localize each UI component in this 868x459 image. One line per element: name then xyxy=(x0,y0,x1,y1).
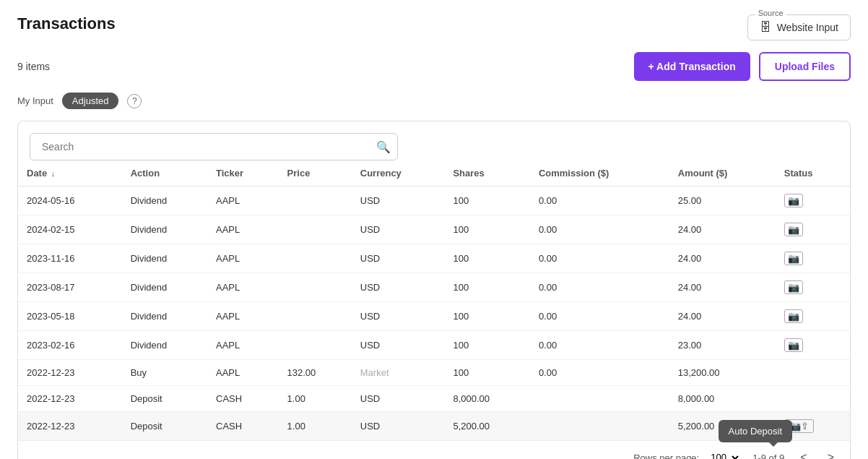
table-row: 2023-05-18DividendAAPLUSD1000.0024.00📷 xyxy=(18,302,850,331)
source-name: Website Input xyxy=(777,22,838,33)
cell-price xyxy=(279,244,352,273)
table-row: 2023-08-17DividendAAPLUSD1000.0024.00📷 xyxy=(18,273,850,302)
cell-shares: 5,200.00 xyxy=(444,412,529,441)
table-row: 2023-11-16DividendAAPLUSD1000.0024.00📷 xyxy=(18,244,850,273)
search-icon: 🔍 xyxy=(376,141,391,153)
auto-deposit-tooltip: Auto Deposit xyxy=(719,420,792,442)
cell-currency: USD xyxy=(352,331,445,360)
page-container: Transactions Source 🗄 Website Input 9 it… xyxy=(0,0,868,459)
cell-action: Dividend xyxy=(122,331,207,360)
page-title: Transactions xyxy=(17,14,116,33)
table-row: 2024-05-16DividendAAPLUSD1000.0025.00📷 xyxy=(18,186,850,215)
cell-shares: 100 xyxy=(444,273,529,302)
source-db-icon: 🗄 xyxy=(760,21,771,34)
main-card: 🔍 Date ↓ Action Ticker xyxy=(17,121,851,459)
cell-currency: Market xyxy=(352,360,445,386)
cell-date: 2023-11-16 xyxy=(18,244,122,273)
add-transaction-button[interactable]: + Add Transaction xyxy=(634,52,750,81)
cell-shares: 100 xyxy=(444,244,529,273)
receipt-icon[interactable]: 📷 xyxy=(784,194,803,207)
col-amount: Amount ($) xyxy=(669,160,776,186)
cell-price: 132.00 xyxy=(279,360,352,386)
receipt-icon[interactable]: 📷 xyxy=(784,309,803,323)
cell-date: 2022-12-23 xyxy=(18,360,122,386)
table-row: 2022-12-23BuyAAPL132.00Market1000.0013,2… xyxy=(18,360,850,386)
search-section: 🔍 xyxy=(18,121,850,160)
cell-action: Dividend xyxy=(122,186,207,215)
btn-group: + Add Transaction Upload Files xyxy=(634,52,851,81)
tab-adjusted[interactable]: Adjusted xyxy=(62,93,119,109)
cell-price xyxy=(279,273,352,302)
receipt-icon[interactable]: 📷 xyxy=(784,280,803,294)
cell-date: 2022-12-23 xyxy=(18,386,122,412)
cell-action: Buy xyxy=(122,360,207,386)
tab-my-input[interactable]: My Input xyxy=(17,95,53,106)
cell-price: 1.00 xyxy=(279,386,352,412)
receipt-icon[interactable]: 📷 xyxy=(784,223,803,236)
cell-action: Dividend xyxy=(122,215,207,244)
col-date[interactable]: Date ↓ xyxy=(18,160,122,186)
cell-commission: 0.00 xyxy=(530,273,669,302)
cell-status: 📷 xyxy=(776,215,850,244)
cell-action: Dividend xyxy=(122,302,207,331)
cell-price xyxy=(279,215,352,244)
cell-amount: 23.00 xyxy=(669,331,776,360)
table-footer: Rows per page: 10 25 100 1-9 of 9 < > Au… xyxy=(18,440,850,459)
cell-date: 2022-12-23 xyxy=(18,412,122,441)
cell-amount: 13,200.00 xyxy=(669,360,776,386)
upload-files-button[interactable]: Upload Files xyxy=(759,52,851,81)
cell-status: 📷 xyxy=(776,331,850,360)
table-row: 2024-02-15DividendAAPLUSD1000.0024.00📷 xyxy=(18,215,850,244)
cell-date: 2024-02-15 xyxy=(18,215,122,244)
cell-shares: 100 xyxy=(444,186,529,215)
cell-ticker: AAPL xyxy=(207,186,279,215)
cell-status xyxy=(776,360,850,386)
cell-ticker: CASH xyxy=(207,386,279,412)
cell-price: 1.00 xyxy=(279,412,352,441)
pagination-next-button[interactable]: > xyxy=(823,450,838,459)
table-header-row: Date ↓ Action Ticker Price Currency xyxy=(18,160,850,186)
rows-per-page-section: Rows per page: 10 25 100 xyxy=(633,450,741,459)
cell-commission: 0.00 xyxy=(530,331,669,360)
receipt-icon[interactable]: 📷 xyxy=(784,252,803,265)
search-wrapper: 🔍 xyxy=(30,133,398,160)
cell-shares: 100 xyxy=(444,360,529,386)
cell-amount: 25.00 xyxy=(669,186,776,215)
actions-row: 9 items + Add Transaction Upload Files xyxy=(17,52,851,81)
receipt-icon[interactable]: 📷 xyxy=(784,338,803,352)
cell-currency: USD xyxy=(352,302,445,331)
cell-status xyxy=(776,386,850,412)
cell-currency: USD xyxy=(352,186,445,215)
cell-ticker: AAPL xyxy=(207,302,279,331)
cell-amount: 24.00 xyxy=(669,244,776,273)
table-row: 2022-12-23DepositCASH1.00USD8,000.008,00… xyxy=(18,386,850,412)
table-body: 2024-05-16DividendAAPLUSD1000.0025.00📷20… xyxy=(18,186,850,441)
cell-ticker: AAPL xyxy=(207,331,279,360)
source-label: Source xyxy=(755,9,786,17)
cell-status: 📷 xyxy=(776,186,850,215)
cell-commission: 0.00 xyxy=(530,244,669,273)
tabs-row: My Input Adjusted ? xyxy=(17,93,851,109)
col-price: Price xyxy=(279,160,352,186)
col-action: Action xyxy=(122,160,207,186)
rows-per-page-select[interactable]: 10 25 100 xyxy=(705,450,741,459)
cell-currency: USD xyxy=(352,386,445,412)
help-icon[interactable]: ? xyxy=(127,94,142,108)
col-ticker: Ticker xyxy=(207,160,279,186)
search-button[interactable]: 🔍 xyxy=(376,140,391,154)
cell-action: Deposit xyxy=(122,386,207,412)
cell-shares: 100 xyxy=(444,331,529,360)
pagination-prev-button[interactable]: < xyxy=(796,450,811,459)
cell-ticker: AAPL xyxy=(207,215,279,244)
cell-commission: 0.00 xyxy=(530,186,669,215)
cell-price xyxy=(279,186,352,215)
col-status: Status xyxy=(776,160,850,186)
cell-ticker: AAPL xyxy=(207,273,279,302)
cell-date: 2023-02-16 xyxy=(18,331,122,360)
search-input[interactable] xyxy=(30,133,398,160)
cell-price xyxy=(279,331,352,360)
cell-ticker: AAPL xyxy=(207,244,279,273)
pagination-info: 1-9 of 9 xyxy=(752,452,784,460)
cell-action: Dividend xyxy=(122,273,207,302)
header-row: Transactions Source 🗄 Website Input xyxy=(17,14,851,40)
